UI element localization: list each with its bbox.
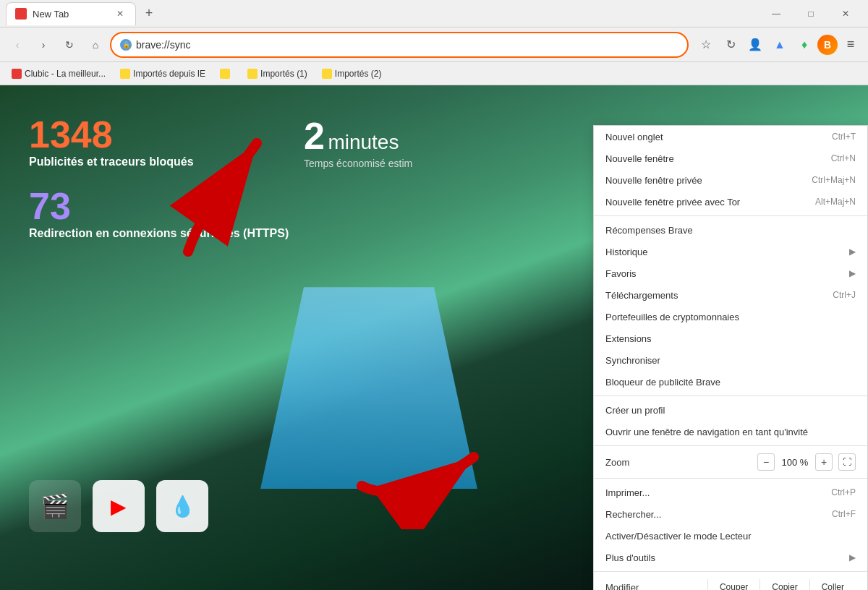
evernote-icon[interactable]: ♦ xyxy=(793,33,816,56)
menu-item-favoris[interactable]: Favoris ▶ xyxy=(594,262,867,284)
tab-label: New Tab xyxy=(33,9,69,20)
time-unit: minutes xyxy=(328,131,399,153)
new-tab-button[interactable]: + xyxy=(139,4,159,24)
menu-label-recompenses: Récompenses Brave xyxy=(605,225,693,236)
time-value: 2 xyxy=(304,115,325,157)
menu-item-nouvelle-fenetre[interactable]: Nouvelle fenêtre Ctrl+N xyxy=(594,148,867,169)
zoom-value: 100 % xyxy=(780,457,809,468)
menu-label-nouvelle-fenetre: Nouvelle fenêtre xyxy=(605,153,674,164)
menu-label-telechargements: Téléchargements xyxy=(605,290,678,301)
bookmark-favicon-imp2 xyxy=(322,69,332,79)
minimize-button[interactable]: — xyxy=(760,0,793,27)
home-button[interactable]: ⌂ xyxy=(84,33,107,56)
bookmarks-bar: Clubic - La meilleur... Importés depuis … xyxy=(0,62,868,85)
refresh-button[interactable]: ↻ xyxy=(58,33,81,56)
shortcut-tor: Alt+Maj+N xyxy=(815,197,856,207)
menu-label-historique: Historique xyxy=(605,247,648,257)
menu-label-tor: Nouvelle fenêtre privée avec Tor xyxy=(605,197,740,208)
menu-item-lecteur[interactable]: Activer/Désactiver le mode Lecteur xyxy=(594,525,867,547)
drive-icon[interactable]: ▲ xyxy=(768,33,791,56)
profile-icon[interactable]: 👤 xyxy=(744,33,767,56)
zoom-minus-button[interactable]: − xyxy=(757,453,775,471)
main-menu-button[interactable]: ≡ xyxy=(839,33,862,56)
menu-item-outils[interactable]: Plus d'outils ▶ xyxy=(594,547,867,568)
app-icons: 🎬 ▶ 💧 xyxy=(29,480,208,532)
wallet-icon[interactable]: ↻ xyxy=(719,33,742,56)
maximize-button[interactable]: □ xyxy=(794,0,827,27)
bookmark-item-imp2[interactable]: Importés (2) xyxy=(316,67,388,80)
stats-overlay: 1348 Publicités et traceurs bloqués 73 R… xyxy=(29,114,289,257)
menu-label-invite: Ouvrir une fenêtre de navigation en tant… xyxy=(605,427,808,437)
tab-favicon xyxy=(15,8,27,20)
arrow-right-historique: ▶ xyxy=(849,247,856,257)
shortcut-nouvelle-fenetre: Ctrl+N xyxy=(831,153,856,163)
close-button[interactable]: ✕ xyxy=(829,0,862,27)
window-controls: — □ ✕ xyxy=(760,0,862,27)
address-bar[interactable]: 🔒 xyxy=(110,32,689,58)
bookmark-favicon-clubic xyxy=(12,69,22,79)
app-icon-video[interactable]: 🎬 xyxy=(29,480,81,532)
back-button[interactable]: ‹ xyxy=(6,33,29,56)
copier-button[interactable]: Copier xyxy=(760,579,809,590)
bookmark-favicon-3 xyxy=(220,69,230,79)
modify-row: Modifier Couper Copier Coller xyxy=(594,575,867,590)
menu-item-imprimer[interactable]: Imprimer... Ctrl+P xyxy=(594,482,867,503)
app-icon-drop[interactable]: 💧 xyxy=(156,480,208,532)
bookmark-favicon-ie xyxy=(120,69,130,79)
address-input[interactable] xyxy=(136,39,678,51)
menu-item-invite[interactable]: Ouvrir une fenêtre de navigation en tant… xyxy=(594,421,867,442)
zoom-label: Zoom xyxy=(605,457,752,468)
time-saved: 2 minutes Temps économisé estim xyxy=(304,114,412,169)
brave-logo[interactable]: B xyxy=(817,35,838,55)
zoom-plus-button[interactable]: + xyxy=(815,453,833,471)
menu-label-bloqueur: Bloqueur de publicité Brave xyxy=(605,377,720,388)
shortcut-privee: Ctrl+Maj+N xyxy=(812,175,856,185)
menu-item-recompenses[interactable]: Récompenses Brave xyxy=(594,219,867,241)
bookmark-icon[interactable]: ☆ xyxy=(694,33,718,56)
forward-button[interactable]: › xyxy=(32,33,55,56)
nav-bar: ‹ › ↻ ⌂ 🔒 ☆ ↻ 👤 ▲ ♦ B ≡ xyxy=(0,27,868,62)
bookmark-item-imp1[interactable]: Importés (1) xyxy=(242,67,313,80)
app-icon-youtube[interactable]: ▶ xyxy=(93,480,145,532)
shortcut-nouvel-onglet: Ctrl+T xyxy=(832,132,856,142)
bookmark-item-ie[interactable]: Importés depuis IE xyxy=(114,67,211,80)
menu-label-outils: Plus d'outils xyxy=(605,552,655,563)
menu-item-portefeuilles[interactable]: Portefeuilles de cryptomonnaies xyxy=(594,306,867,328)
separator-5 xyxy=(594,571,867,572)
couper-button[interactable]: Couper xyxy=(707,579,760,590)
bookmark-item-3[interactable] xyxy=(214,67,239,80)
ads-blocked-count: 1348 xyxy=(29,114,289,155)
active-tab[interactable]: New Tab ✕ xyxy=(6,2,136,25)
menu-label-nouvel-onglet: Nouvel onglet xyxy=(605,132,663,142)
time-label: Temps économisé estim xyxy=(304,158,412,169)
menu-item-creer-profil[interactable]: Créer un profil xyxy=(594,399,867,421)
bookmark-label-clubic: Clubic - La meilleur... xyxy=(25,69,106,79)
menu-item-extensions[interactable]: Extensions xyxy=(594,328,867,349)
modify-label: Modifier xyxy=(605,582,707,591)
bookmark-item-clubic[interactable]: Clubic - La meilleur... xyxy=(6,67,111,80)
menu-item-historique[interactable]: Historique ▶ xyxy=(594,241,867,262)
menu-item-telechargements[interactable]: Téléchargements Ctrl+J xyxy=(594,284,867,306)
https-label: Redirection en connexions sécurisées (HT… xyxy=(29,227,289,240)
shortcut-imprimer: Ctrl+P xyxy=(831,487,856,497)
menu-item-tor[interactable]: Nouvelle fenêtre privée avec Tor Alt+Maj… xyxy=(594,191,867,213)
menu-label-portefeuilles: Portefeuilles de cryptomonnaies xyxy=(605,312,739,322)
menu-item-privee[interactable]: Nouvelle fenêtre privée Ctrl+Maj+N xyxy=(594,169,867,191)
shortcut-telechargements: Ctrl+J xyxy=(833,290,856,300)
menu-item-nouvel-onglet[interactable]: Nouvel onglet Ctrl+T xyxy=(594,126,867,148)
coller-button[interactable]: Coller xyxy=(809,579,856,590)
tab-close-button[interactable]: ✕ xyxy=(114,7,127,20)
menu-item-rechercher[interactable]: Rechercher... Ctrl+F xyxy=(594,503,867,525)
menu-label-creer-profil: Créer un profil xyxy=(605,405,665,416)
menu-label-imprimer: Imprimer... xyxy=(605,487,650,498)
menu-label-synchroniser: Synchroniser xyxy=(605,355,660,366)
menu-label-favoris: Favoris xyxy=(605,268,637,279)
bookmark-favicon-imp1 xyxy=(247,69,258,79)
separator-4 xyxy=(594,478,867,479)
menu-label-extensions: Extensions xyxy=(605,333,652,344)
menu-item-bloqueur[interactable]: Bloqueur de publicité Brave xyxy=(594,371,867,393)
menu-item-synchroniser[interactable]: Synchroniser xyxy=(594,349,867,371)
bookmark-label-imp1: Importés (1) xyxy=(260,69,307,79)
zoom-fullscreen-button[interactable]: ⛶ xyxy=(838,453,856,471)
context-menu: Nouvel onglet Ctrl+T Nouvelle fenêtre Ct… xyxy=(593,125,868,590)
